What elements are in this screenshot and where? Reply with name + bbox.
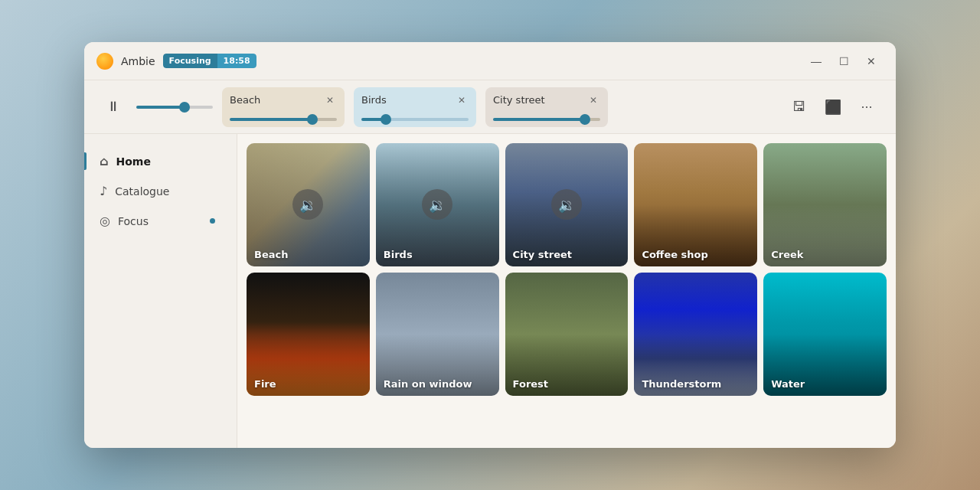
tile-coffeeshop[interactable]: Coffee shop [634,143,757,266]
tile-coffeeshop-overlay [634,143,757,266]
sidebar-item-focus[interactable]: ◎ Focus [84,206,230,236]
track-birds-slider[interactable] [361,118,469,121]
focus-badge-group: Focusing 18:58 [163,54,256,68]
master-volume-slider[interactable] [136,106,213,109]
save-button[interactable]: 🖫 [786,93,813,121]
track-citystreet-close[interactable]: ✕ [586,93,600,107]
toolbar: ⏸ Beach ✕ Birds ✕ City street ✕ [84,80,896,134]
tile-storm-overlay [634,273,757,396]
tile-water-label: Water [771,378,805,390]
tile-citystreet[interactable]: 🔉 City street [505,143,629,266]
track-card-citystreet-header: City street ✕ [493,93,600,107]
pause-button[interactable]: ⏸ [100,93,127,121]
tile-rain[interactable]: Rain on window [376,273,499,396]
tile-creek[interactable]: Creek [763,143,887,266]
track-card-beach: Beach ✕ [222,87,345,127]
track-card-beach-header: Beach ✕ [230,93,337,107]
tile-creek-label: Creek [771,249,803,260]
tile-creek-overlay [763,143,887,266]
image-icon: ⬛ [825,99,841,116]
focus-badge-label: Focusing [163,54,217,68]
sidebar-home-label: Home [116,155,150,168]
track-card-birds-header: Birds ✕ [361,93,469,107]
tile-water-overlay [763,273,887,396]
track-birds-close[interactable]: ✕ [455,93,469,107]
track-birds-name: Birds [361,94,387,106]
track-beach-name: Beach [230,94,260,106]
tile-water[interactable]: Water [763,273,887,396]
sidebar-item-home[interactable]: ⌂ Home [84,146,230,176]
tile-beach-label: Beach [254,249,288,260]
more-icon: ··· [861,99,872,115]
tile-rain-overlay [376,273,499,396]
home-icon: ⌂ [100,154,108,168]
toolbar-actions: 🖫 ⬛ ··· [786,93,880,121]
track-citystreet-name: City street [493,94,545,106]
sound-grid: 🔉 Beach 🔉 Birds 🔉 City street [247,143,887,396]
minimize-button[interactable]: — [804,49,828,74]
tile-birds-label: Birds [384,249,413,260]
track-citystreet-slider[interactable] [493,118,600,121]
tile-forest[interactable]: Forest [505,273,629,396]
track-card-citystreet: City street ✕ [485,87,608,127]
tile-forest-label: Forest [513,378,548,390]
titlebar-left: Ambie Focusing 18:58 [96,53,804,70]
grid-area: 🔉 Beach 🔉 Birds 🔉 City street [237,134,896,448]
track-beach-close[interactable]: ✕ [323,93,337,107]
sidebar-catalogue-label: Catalogue [115,185,169,198]
app-icon [96,53,113,70]
tile-storm[interactable]: Thunderstorm [634,273,757,396]
maximize-button[interactable]: ☐ [831,49,856,74]
tile-beach[interactable]: 🔉 Beach [247,143,370,266]
speaker-icon-citystreet: 🔉 [551,189,582,220]
titlebar-controls: — ☐ ✕ [804,49,884,74]
sidebar-focus-label: Focus [118,215,149,227]
tile-fire[interactable]: Fire [247,273,370,396]
tile-birds[interactable]: 🔉 Birds [376,143,499,266]
save-icon: 🖫 [792,99,806,115]
tile-citystreet-label: City street [513,249,572,260]
speaker-icon-birds: 🔉 [422,189,452,220]
tile-coffeeshop-label: Coffee shop [642,249,707,260]
speaker-icon-beach: 🔉 [292,189,323,220]
tile-fire-overlay [247,273,370,396]
close-button[interactable]: ✕ [859,49,884,74]
titlebar: Ambie Focusing 18:58 — ☐ ✕ [84,42,896,80]
more-button[interactable]: ··· [853,93,880,121]
app-name: Ambie [121,55,155,67]
image-button[interactable]: ⬛ [819,93,847,121]
tile-rain-label: Rain on window [384,378,472,390]
focus-badge-time: 18:58 [217,54,256,68]
focus-dot [210,218,215,224]
main-area: ⌂ Home ♪ Catalogue ◎ Focus 🔉 Be [84,134,896,448]
pause-icon: ⏸ [106,99,120,115]
tile-forest-overlay [505,273,629,396]
track-beach-slider[interactable] [230,118,337,121]
catalogue-icon: ♪ [100,184,107,198]
tile-fire-label: Fire [254,378,276,390]
app-window: Ambie Focusing 18:58 — ☐ ✕ ⏸ Beach ✕ [84,42,896,448]
focus-icon: ◎ [100,214,110,228]
sidebar: ⌂ Home ♪ Catalogue ◎ Focus [84,134,237,448]
track-card-birds: Birds ✕ [354,87,476,127]
sidebar-item-catalogue[interactable]: ♪ Catalogue [84,176,230,206]
tile-storm-label: Thunderstorm [642,378,721,390]
